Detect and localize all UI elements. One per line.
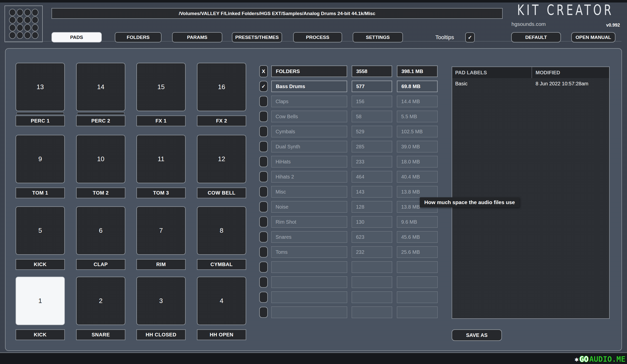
pad-15[interactable]: 15 — [136, 63, 186, 111]
pad-number: 11 — [158, 155, 165, 163]
pad-7[interactable]: 7 — [136, 206, 186, 255]
pad-label[interactable]: KICK — [16, 259, 65, 270]
tab-pads[interactable]: PADS — [51, 32, 102, 42]
pad-8[interactable]: 8 — [197, 206, 246, 255]
folder-checkbox[interactable] — [259, 171, 268, 182]
tab-params[interactable]: PARAMS — [172, 32, 222, 42]
pad-label[interactable]: PERC 1 — [16, 115, 65, 126]
folder-name[interactable]: Hihats 2 — [271, 171, 347, 183]
pad-3[interactable]: 3 — [136, 277, 186, 325]
save-as-button[interactable]: SAVE AS — [452, 329, 502, 341]
folder-row — [259, 307, 438, 318]
pad-label[interactable]: TOM 1 — [16, 188, 65, 198]
tab-settings[interactable]: SETTINGS — [353, 32, 403, 42]
default-button[interactable]: DEFAULT — [511, 32, 561, 42]
folder-checkbox[interactable] — [259, 186, 268, 197]
pad-4[interactable]: 4 — [197, 277, 246, 325]
folder-name[interactable]: Claps — [271, 96, 347, 107]
folder-checkbox[interactable] — [259, 156, 268, 167]
tab-presets-themes[interactable]: PRESETS/THEMES — [232, 32, 282, 42]
folder-count: 529 — [352, 126, 392, 137]
current-path-display[interactable]: /Volumes/VALLEY F/Linked Folders/HGS EXT… — [51, 8, 503, 19]
tooltips-checkbox[interactable]: ✓ — [465, 32, 475, 42]
pad-number: 8 — [220, 227, 223, 234]
folder-checkbox[interactable] — [259, 307, 268, 318]
pad-number: 1 — [38, 297, 42, 305]
pad-label[interactable]: TOM 3 — [136, 188, 186, 198]
folders-list: XFOLDERS3558398.1 MB✓Bass Drums57769.8 M… — [259, 66, 438, 322]
open-manual-button[interactable]: OPEN MANUAL — [571, 32, 615, 42]
pad-label[interactable]: FX 2 — [197, 115, 246, 126]
folder-name[interactable]: Bass Drums — [271, 81, 347, 92]
folder-count: 232 — [352, 246, 392, 258]
folder-checkbox[interactable] — [259, 141, 268, 152]
folder-checkbox[interactable] — [259, 201, 268, 212]
folder-checkbox[interactable] — [259, 262, 268, 273]
pad-5[interactable]: 5 — [16, 206, 65, 255]
logo-dot — [32, 9, 38, 16]
folder-name[interactable]: Misc — [271, 186, 347, 198]
app-window: /Volumes/VALLEY F/Linked Folders/HGS EXT… — [0, 0, 627, 364]
pad-2[interactable]: 2 — [76, 277, 125, 325]
pad-number: 13 — [37, 83, 44, 91]
folder-checkbox[interactable] — [259, 111, 268, 122]
pad-14[interactable]: 14 — [76, 63, 125, 111]
pad-label[interactable]: PERC 2 — [76, 115, 125, 126]
folder-checkbox[interactable]: ✓ — [259, 81, 268, 92]
app-title: KIT CREATOR — [513, 2, 618, 18]
folder-name[interactable] — [271, 276, 347, 288]
pad-label[interactable]: COW BELL — [197, 188, 246, 198]
folder-name[interactable]: Snares — [271, 231, 347, 243]
folder-name[interactable]: Cow Bells — [271, 111, 347, 122]
folder-name[interactable]: Toms — [271, 246, 347, 258]
pad-6[interactable]: 6 — [76, 206, 125, 255]
pad-label[interactable]: HH OPEN — [197, 329, 246, 340]
folder-name[interactable]: Rim Shot — [271, 216, 347, 228]
pad-label[interactable]: FX 1 — [136, 115, 186, 126]
pad-12[interactable]: 12 — [197, 135, 246, 183]
folder-name[interactable] — [271, 307, 347, 318]
folder-checkbox[interactable] — [259, 277, 268, 288]
folder-checkbox[interactable] — [259, 126, 268, 137]
folder-name[interactable]: HiHats — [271, 156, 347, 167]
folder-name[interactable]: Cymbals — [271, 126, 347, 137]
folders-header-count: 3558 — [352, 66, 392, 77]
folder-checkbox[interactable] — [259, 96, 268, 107]
tab-process[interactable]: PROCESS — [293, 32, 342, 42]
folder-name[interactable] — [271, 291, 347, 303]
pad-label[interactable]: SNARE — [76, 329, 125, 340]
pad-label[interactable]: TOM 2 — [76, 188, 125, 198]
folder-checkbox[interactable] — [259, 231, 268, 242]
folder-name[interactable]: Noise — [271, 201, 347, 213]
pad-meter — [17, 112, 64, 115]
pad-10[interactable]: 10 — [76, 135, 125, 183]
pad-label-row[interactable]: Basic8 Jun 2022 10:57:28am — [452, 78, 609, 89]
clear-selection-button[interactable]: X — [259, 65, 268, 77]
folder-name[interactable] — [271, 261, 347, 273]
folder-size: 69.8 MB — [397, 81, 438, 92]
logo-dot — [17, 24, 23, 31]
pad-label[interactable]: RIM — [136, 259, 186, 270]
folder-count: 464 — [352, 171, 392, 183]
pad-9[interactable]: 9 — [16, 135, 65, 183]
folder-count: 285 — [352, 141, 392, 152]
folder-checkbox[interactable] — [259, 292, 268, 303]
pad-label[interactable]: HH CLOSED — [136, 329, 186, 340]
pad-label[interactable]: CYMBAL — [197, 259, 246, 270]
folder-size: 45.6 MB — [397, 231, 438, 243]
folder-checkbox[interactable] — [259, 216, 268, 227]
pad-label[interactable]: CLAP — [76, 259, 125, 270]
pad-11[interactable]: 11 — [136, 135, 186, 183]
folder-row: ✓Bass Drums57769.8 MB — [259, 81, 438, 92]
tab-folders[interactable]: FOLDERS — [115, 32, 162, 42]
pad-number: 6 — [99, 227, 102, 234]
tooltips-label: Tooltips — [435, 32, 454, 42]
folder-name[interactable]: Dual Synth — [271, 141, 347, 152]
folder-checkbox[interactable] — [259, 247, 268, 258]
pad-1[interactable]: 1 — [16, 277, 65, 325]
pad-meter — [77, 112, 124, 115]
pad-label[interactable]: KICK — [16, 329, 65, 340]
pad-16[interactable]: 16 — [197, 63, 246, 111]
pad-13[interactable]: 13 — [16, 63, 65, 111]
pad-number: 10 — [97, 155, 104, 163]
